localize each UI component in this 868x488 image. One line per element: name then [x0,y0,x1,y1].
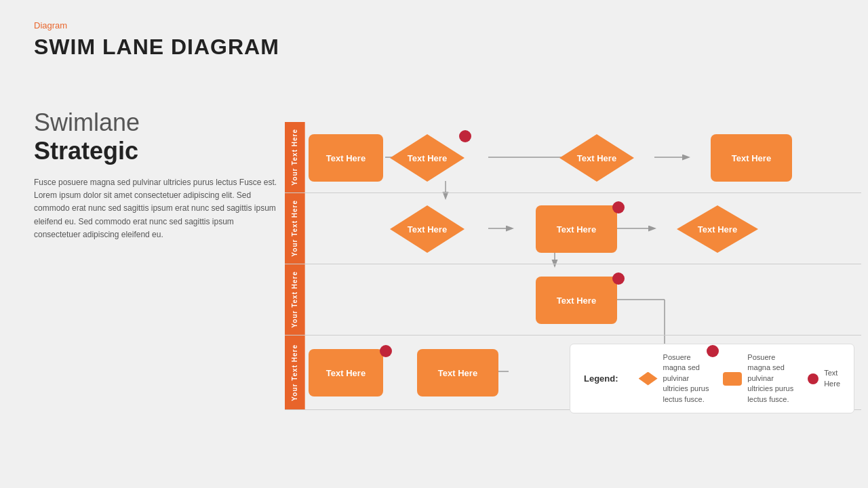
header: Diagram SWIM LANE DIAGRAM [34,20,279,60]
lane0-rect2: Text Here [711,134,792,182]
legend-item-1-text: Posuere magna sed pulvinar ultricies pur… [663,352,710,405]
lane-0-content: Text Here Text Here Text Here Text Here [305,122,861,193]
lane-1-label-container: Your Text Here [285,193,305,264]
lane1-diamond1: Text Here [390,205,465,253]
lane3-dot1 [380,345,392,357]
lane-2-label: Your Text Here [291,271,298,328]
legend-item-1: Posuere magna sed pulvinar ultricies pur… [639,352,710,405]
legend-item-3: Text Here [808,368,840,389]
lane-2-label-container: Your Text Here [285,264,305,335]
lane0-diamond1: Text Here [390,134,465,182]
legend-diamond-icon [639,372,658,386]
strategic-label: Strategic [34,137,278,165]
lane0-rect1: Text Here [309,134,383,182]
description-text: Fusce posuere magna sed pulvinar ultrici… [34,176,278,241]
swimlane-label: Swimlane [34,108,278,137]
lane1-rect1: Text Here [536,205,617,253]
left-panel: Swimlane Strategic Fusce posuere magna s… [34,108,278,241]
lane1-dot1 [612,201,625,214]
lane3-dot2 [707,345,719,357]
lane-1-content: Text Here Text Here Text Here [305,193,861,264]
legend-item-2: Posuere magna sed pulvinar ultricies pur… [723,352,794,405]
lane0-dot1 [459,130,471,142]
legend-item-2-text: Posuere magna sed pulvinar ultricies pur… [747,352,794,405]
lane-1: Your Text Here Text Here Text Here Text … [285,193,861,264]
lane-0: Your Text Here Text Here Text Here Text … [285,122,861,193]
header-title: SWIM LANE DIAGRAM [34,35,279,60]
lane-0-label: Your Text Here [291,129,298,186]
header-subtitle: Diagram [34,20,279,30]
lane-1-label: Your Text Here [291,200,298,257]
lane2-dot1 [612,272,625,285]
lane-3-label: Your Text Here [291,344,298,401]
diagram-area: Your Text Here Text Here Text Here Text … [285,122,861,420]
lane3-rect1: Text Here [309,349,383,396]
legend-label: Legend: [584,373,618,384]
lane3-rect2: Text Here [417,349,498,396]
legend-rect-icon [723,372,742,386]
lane1-diamond2: Text Here [677,205,758,253]
lane2-rect1: Text Here [536,277,617,324]
legend-dot-icon [808,373,818,384]
legend-item-3-text: Text Here [824,368,840,389]
lane0-diamond2: Text Here [559,134,634,182]
lane-2-content: Text Here [305,264,861,336]
lane-0-label-container: Your Text Here [285,122,305,192]
lane-2: Your Text Here Text Here [285,264,861,336]
lane-3-label-container: Your Text Here [285,336,305,409]
